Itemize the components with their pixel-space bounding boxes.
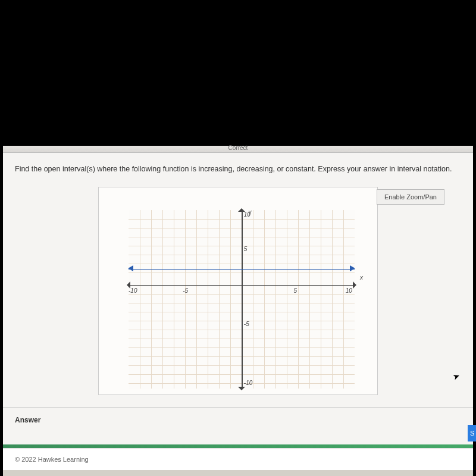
arrow-right-icon (353, 281, 360, 289)
arrow-down-icon (238, 387, 245, 394)
coordinate-plane: y x 10 5 -5 -10 -10 -5 5 10 (129, 210, 355, 389)
mouse-cursor-icon: ➤ (452, 370, 462, 381)
question-text-area: Find the open interval(s) where the foll… (3, 153, 473, 181)
function-arrow-right-icon (350, 265, 358, 271)
answer-section: Answer S (3, 408, 473, 444)
screen-content: Correct Find the open interval(s) where … (3, 146, 473, 476)
tick-x-neg10: -10 (129, 287, 137, 294)
graph-box[interactable]: y x 10 5 -5 -10 -10 -5 5 10 (98, 187, 378, 395)
footer: © 2022 Hawkes Learning (3, 448, 473, 470)
submit-button[interactable]: S (468, 425, 476, 441)
graph-container: Enable Zoom/Pan (3, 181, 473, 407)
tick-y-5: 5 (244, 246, 248, 252)
function-line (129, 269, 355, 270)
tick-y-neg5: -5 (244, 321, 249, 327)
tick-y-neg10: -10 (244, 380, 252, 386)
function-arrow-left-icon (125, 265, 133, 271)
question-text: Find the open interval(s) where the foll… (15, 165, 452, 173)
tick-x-10: 10 (346, 287, 352, 294)
tick-x-5: 5 (293, 287, 297, 294)
copyright-text: © 2022 Hawkes Learning (15, 456, 89, 463)
status-label: Correct (228, 145, 248, 151)
enable-zoom-pan-button[interactable]: Enable Zoom/Pan (377, 189, 444, 205)
y-axis (242, 210, 243, 389)
tick-y-10: 10 (244, 211, 250, 218)
x-axis-label: x (360, 274, 363, 281)
status-bar: Correct (3, 146, 473, 153)
photo-black-border-top (0, 0, 476, 146)
answer-heading: Answer (15, 416, 40, 424)
tick-x-neg5: -5 (183, 287, 188, 294)
